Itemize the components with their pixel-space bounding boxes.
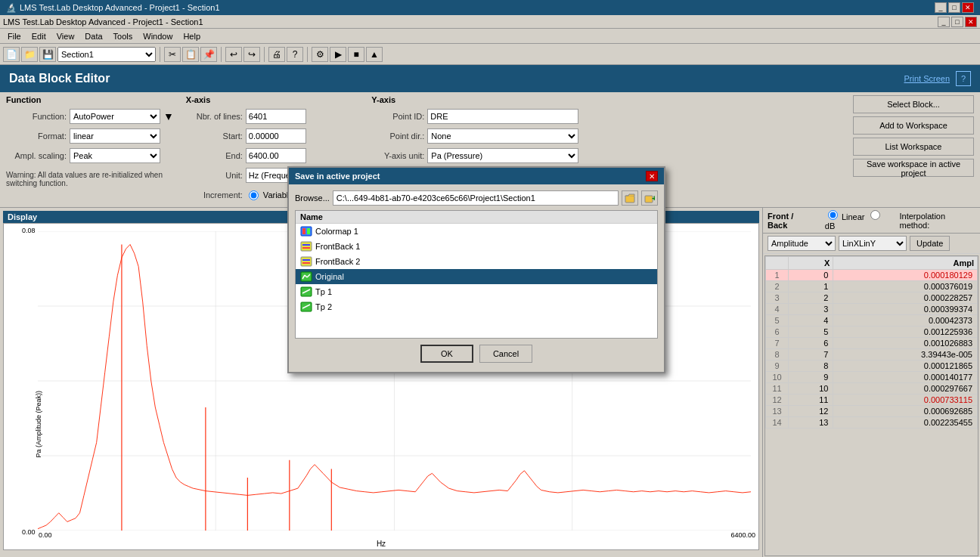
browse-label: Browse... <box>295 193 330 203</box>
svg-rect-24 <box>302 259 310 261</box>
file-type-icon <box>300 240 312 252</box>
svg-rect-20 <box>301 242 312 251</box>
file-list-item[interactable]: Tp 2 <box>296 299 657 314</box>
file-type-icon <box>300 255 312 268</box>
dialog-body: Browse... C:\...649-4b81-ab70-e4203ce65c… <box>289 184 664 372</box>
file-type-icon <box>300 301 312 313</box>
file-list-item[interactable]: FrontBack 2 <box>296 254 657 269</box>
ok-btn[interactable]: OK <box>420 345 473 363</box>
file-item-name: Tp 1 <box>315 287 332 296</box>
svg-rect-14 <box>625 196 634 203</box>
dialog-close-btn[interactable]: ✕ <box>646 171 658 181</box>
file-type-icon <box>300 225 312 237</box>
file-type-icon <box>300 286 312 298</box>
file-list: Name Colormap 1FrontBack 1FrontBack 2Ori… <box>295 210 658 339</box>
cancel-btn[interactable]: Cancel <box>479 345 532 363</box>
name-column-header: Name <box>300 212 323 221</box>
file-type-icon <box>300 271 312 283</box>
save-dialog: Save in active project ✕ Browse... C:\..… <box>287 166 665 373</box>
file-item-name: Colormap 1 <box>315 227 358 236</box>
file-list-item[interactable]: Tp 1 <box>296 284 657 299</box>
svg-rect-19 <box>307 228 310 234</box>
dialog-overlay: Save in active project ✕ Browse... C:\..… <box>0 0 980 557</box>
file-list-item[interactable]: Colormap 1 <box>296 224 657 239</box>
svg-rect-18 <box>302 228 305 234</box>
svg-text:+: + <box>652 193 655 203</box>
browse-new-folder-btn[interactable]: + <box>641 190 658 206</box>
file-item-name: Tp 2 <box>315 302 332 311</box>
dialog-title-bar: Save in active project ✕ <box>289 168 664 184</box>
file-list-header: Name <box>296 211 657 224</box>
dialog-buttons: OK Cancel <box>295 339 658 366</box>
browse-path-input[interactable]: C:\...649-4b81-ab70-e4203ce65c66\Project… <box>333 190 619 206</box>
file-list-item[interactable]: FrontBack 1 <box>296 239 657 254</box>
svg-rect-23 <box>301 257 312 266</box>
new-folder-icon: + <box>644 193 655 203</box>
folder-icon <box>625 193 635 203</box>
file-list-items: Colormap 1FrontBack 1FrontBack 2Original… <box>296 224 657 314</box>
file-item-name: FrontBack 2 <box>315 257 360 266</box>
file-item-name: Original <box>315 272 344 281</box>
browse-folder-btn[interactable] <box>622 190 638 206</box>
svg-rect-25 <box>302 262 310 264</box>
svg-rect-21 <box>302 244 310 246</box>
dialog-title-text: Save in active project <box>295 172 646 181</box>
browse-row: Browse... C:\...649-4b81-ab70-e4203ce65c… <box>295 190 658 206</box>
file-list-item[interactable]: Original <box>296 269 657 284</box>
svg-rect-22 <box>302 247 310 249</box>
file-item-name: FrontBack 1 <box>315 242 360 251</box>
